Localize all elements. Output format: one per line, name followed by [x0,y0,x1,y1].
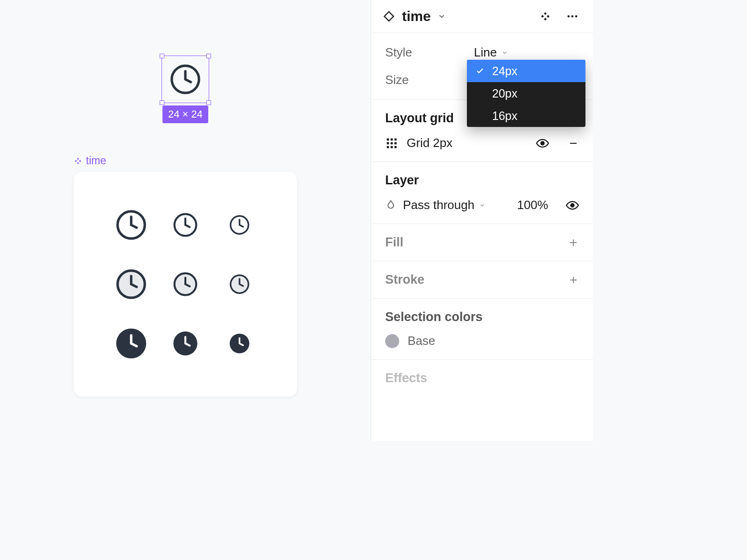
clock-icon[interactable] [172,330,198,357]
grid-icon[interactable] [385,137,398,150]
style-dropdown[interactable]: Line [474,45,508,60]
clock-icon[interactable] [229,214,250,236]
eye-icon[interactable] [566,199,579,212]
blend-mode-icon[interactable] [385,200,396,211]
canvas[interactable]: 24 × 24 time [0,0,371,441]
component-outline-icon[interactable] [382,10,395,23]
svg-rect-14 [387,138,389,140]
plus-icon[interactable] [568,274,579,286]
size-dropdown-menu: 24px 20px 16px [467,60,585,127]
effects-title: Effects [371,360,593,385]
svg-rect-19 [395,142,397,144]
chevron-down-icon[interactable] [437,12,446,21]
blend-mode-dropdown[interactable]: Pass through [403,198,486,212]
clock-icon [169,63,202,96]
size-badge: 24 × 24 [162,105,208,123]
svg-point-25 [571,203,574,207]
svg-rect-16 [395,138,397,140]
size-label: Size [385,73,474,87]
layer-title: Layer [385,173,579,188]
color-name: Base [408,334,435,348]
clock-icon[interactable] [229,333,250,354]
size-option-20[interactable]: 20px [467,82,585,105]
clock-icon[interactable] [172,212,198,238]
selection-colors-title: Selection colors [385,310,579,324]
grid-value[interactable]: Grid 2px [407,136,452,150]
chevron-down-icon [501,49,508,56]
resize-handle-bl[interactable] [160,100,164,105]
component-icon [74,157,82,165]
svg-rect-22 [395,146,397,148]
fill-title: Fill [385,235,403,250]
svg-rect-17 [387,142,389,144]
color-swatch[interactable] [385,334,399,348]
svg-rect-15 [391,138,393,140]
more-icon[interactable] [566,10,579,23]
style-label: Style [385,45,474,60]
resize-handle-br[interactable] [206,100,211,105]
component-name[interactable]: time [402,8,431,24]
stroke-title: Stroke [385,273,424,287]
variant-set-name: time [86,154,106,167]
resize-handle-tl[interactable] [160,54,164,58]
size-option-24[interactable]: 24px [467,60,585,82]
opacity-value[interactable]: 100% [517,198,549,212]
check-icon [475,67,485,75]
variant-set-label[interactable]: time [74,154,106,167]
clock-icon[interactable] [172,271,198,297]
variant-panel[interactable] [74,172,297,397]
eye-icon[interactable] [536,137,549,150]
resize-handle-tr[interactable] [206,54,211,58]
svg-rect-18 [391,142,393,144]
clock-icon[interactable] [115,327,148,360]
chevron-down-icon [479,202,486,209]
clock-icon[interactable] [115,209,148,241]
clock-icon[interactable] [115,268,148,301]
properties-panel: time Style Line Size Layout grid Grid 2p… [371,0,593,441]
svg-point-12 [571,15,574,18]
plus-icon[interactable] [568,237,579,248]
minus-icon[interactable] [568,138,579,149]
size-option-16[interactable]: 16px [467,105,585,127]
selected-component-frame[interactable]: 24 × 24 [162,56,209,103]
svg-rect-10 [384,12,394,21]
component-variant-icon[interactable] [540,11,551,22]
selection-color-row[interactable]: Base [385,324,579,348]
clock-icon[interactable] [229,273,250,295]
svg-rect-20 [387,146,389,148]
svg-point-11 [568,15,570,18]
svg-point-13 [575,15,578,18]
svg-rect-21 [391,146,393,148]
svg-point-23 [541,141,544,145]
